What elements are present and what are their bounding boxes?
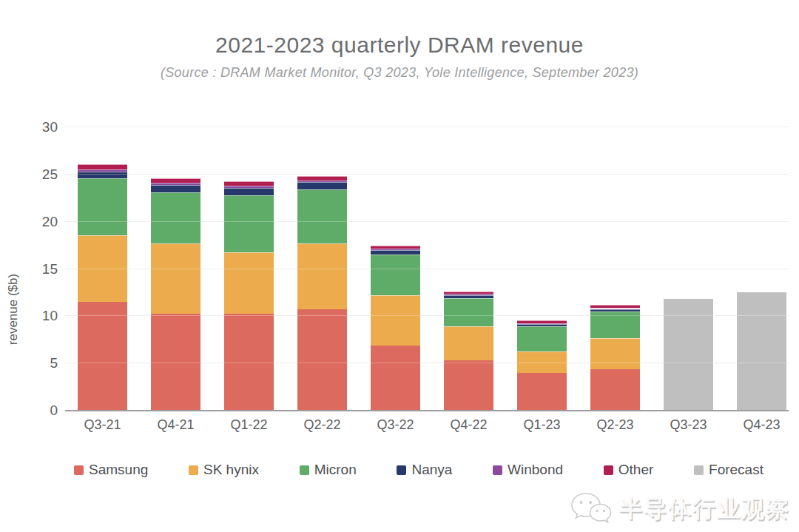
bar-segment xyxy=(371,250,420,255)
legend-label: SK hynix xyxy=(203,462,259,478)
bar-segment xyxy=(371,295,420,346)
gridline-overlay xyxy=(65,269,789,269)
bar-segment xyxy=(78,172,127,178)
legend-item-forecast: Forecast xyxy=(694,462,763,478)
gridline-overlay xyxy=(65,127,789,127)
bar-segment xyxy=(444,326,493,360)
bar-segment xyxy=(224,195,274,252)
bar-segment xyxy=(78,169,127,172)
bar-segment xyxy=(151,178,200,183)
bar-segment xyxy=(224,186,274,188)
legend-swatch xyxy=(74,465,84,475)
x-tick-label: Q4-21 xyxy=(143,417,209,433)
y-tick-label: 5 xyxy=(18,354,58,372)
legend-item-winbond: Winbond xyxy=(493,462,563,478)
chart-subtitle: (Source : DRAM Market Monitor, Q3 2023, … xyxy=(0,65,799,81)
x-tick-label: Q1-22 xyxy=(216,417,283,433)
bar-segment xyxy=(517,323,567,324)
legend-label: Nanya xyxy=(411,462,452,478)
bar-segment xyxy=(151,192,200,243)
legend-item-nanya: Nanya xyxy=(397,462,452,478)
bar-segment xyxy=(444,298,493,326)
watermark-text: 半导体行业观察 xyxy=(619,494,790,525)
watermark: 半导体行业观察 xyxy=(569,491,790,528)
x-tick-label: Q4-22 xyxy=(436,417,502,433)
legend-label: Samsung xyxy=(89,462,148,478)
legend-swatch xyxy=(300,465,309,475)
bar-segment xyxy=(151,243,200,313)
gridline-overlay xyxy=(65,363,789,363)
bar-segment xyxy=(517,326,567,351)
bar-segment xyxy=(444,360,493,411)
legend-swatch xyxy=(493,465,502,475)
bar-segment xyxy=(517,320,567,323)
bar-segment xyxy=(224,181,274,186)
bar-segment xyxy=(444,292,493,294)
legend-swatch xyxy=(397,465,406,475)
bar-segment xyxy=(590,309,640,309)
bar-segment xyxy=(78,178,127,235)
bar-segment xyxy=(297,181,347,183)
bar-segment xyxy=(151,183,200,185)
bar-segment xyxy=(444,295,493,298)
bar-segment xyxy=(297,189,347,243)
legend-label: Other xyxy=(618,462,654,478)
bar-segment xyxy=(590,338,640,369)
legend: SamsungSK hynixMicronNanyaWinbondOtherFo… xyxy=(74,462,763,478)
x-tick-label: Q3-21 xyxy=(70,417,136,433)
legend-swatch xyxy=(189,465,198,475)
bar-segment xyxy=(444,294,493,294)
bar-segment xyxy=(78,302,127,411)
gridline-overlay xyxy=(65,174,789,175)
x-tick-label: Q2-22 xyxy=(289,417,356,433)
x-tick-label: Q3-23 xyxy=(655,417,722,433)
y-tick-label: 20 xyxy=(18,213,58,231)
legend-swatch xyxy=(604,465,613,475)
bar-segment xyxy=(78,164,127,170)
y-tick-label: 15 xyxy=(18,260,58,278)
wechat-icon xyxy=(569,491,612,528)
x-tick-label: Q4-23 xyxy=(729,417,795,433)
bar-segment xyxy=(224,252,274,314)
bar-segment xyxy=(371,346,420,411)
bar-segment xyxy=(371,246,420,249)
bar-segment xyxy=(371,249,420,250)
bar-segment xyxy=(737,292,786,411)
x-axis-line xyxy=(65,410,789,411)
bar-segment xyxy=(517,324,567,326)
legend-item-samsung: Samsung xyxy=(74,462,148,478)
legend-item-sk-hynix: SK hynix xyxy=(189,462,259,478)
x-tick-label: Q2-23 xyxy=(582,417,649,433)
bar-segment xyxy=(224,188,274,195)
bar-segment xyxy=(590,305,640,308)
gridline-overlay xyxy=(65,221,789,222)
legend-item-other: Other xyxy=(604,462,654,478)
chart-title: 2021-2023 quarterly DRAM revenue xyxy=(0,33,799,58)
bar-segment xyxy=(151,185,200,192)
y-tick-label: 10 xyxy=(18,307,58,325)
x-tick-label: Q3-22 xyxy=(363,417,429,433)
bar-segment xyxy=(590,369,640,411)
legend-item-micron: Micron xyxy=(300,462,357,478)
y-tick-label: 0 xyxy=(18,402,58,420)
bar-segment xyxy=(297,243,347,309)
plot-area xyxy=(65,127,789,411)
bar-segment xyxy=(297,176,347,181)
legend-swatch xyxy=(694,465,704,475)
bar-segment xyxy=(297,182,347,189)
bar-segment xyxy=(590,309,640,312)
chart-page: 2021-2023 quarterly DRAM revenue (Source… xyxy=(0,0,799,532)
legend-label: Winbond xyxy=(508,462,563,478)
bar-segment xyxy=(371,255,420,295)
y-tick-label: 30 xyxy=(18,118,58,136)
bar-segment xyxy=(297,309,347,411)
bar-segment xyxy=(517,373,567,411)
legend-label: Micron xyxy=(314,462,357,478)
gridline-overlay xyxy=(65,315,789,316)
x-tick-label: Q1-23 xyxy=(509,417,576,433)
y-tick-label: 25 xyxy=(18,166,58,183)
legend-label: Forecast xyxy=(709,462,763,478)
